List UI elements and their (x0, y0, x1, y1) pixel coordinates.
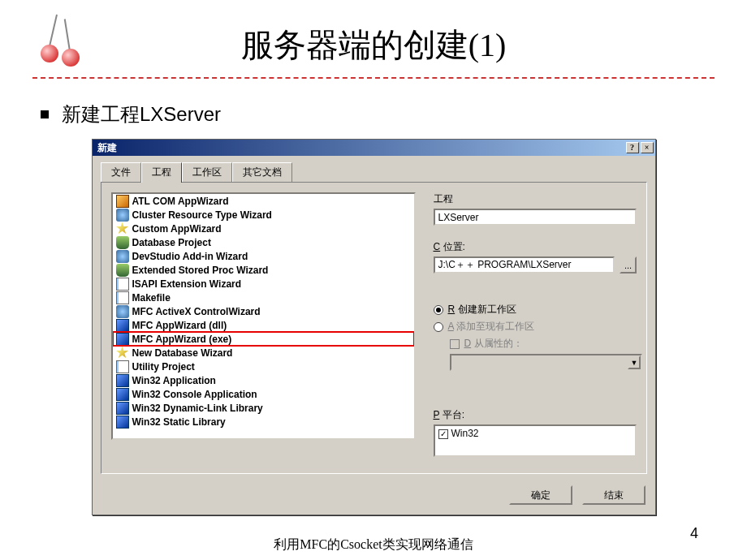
tab-files[interactable]: 文件 (101, 162, 141, 182)
list-item[interactable]: DevStudio Add-in Wizard (113, 249, 414, 263)
list-item[interactable]: MFC ActiveX ControlWizard (113, 304, 414, 318)
bullet-square-icon (41, 110, 49, 118)
bullet-text: 新建工程LXServer (62, 101, 221, 127)
dialog-button-row: 确定 结束 (93, 480, 655, 515)
project-type-listbox[interactable]: ATL COM AppWizard Cluster Resource Type … (111, 192, 416, 440)
page-number: 4 (690, 525, 698, 542)
right-pane: 工程 C 位置: ... R 创建新工作区 A 添加至现有工作区 (416, 192, 637, 463)
mfc-icon (116, 319, 129, 332)
tab-other-docs[interactable]: 其它文档 (232, 162, 292, 182)
tab-bar: 文件 工程 工作区 其它文档 (93, 156, 655, 182)
list-item[interactable]: Win32 Static Library (113, 415, 414, 429)
database-icon (116, 236, 129, 249)
ok-button[interactable]: 确定 (509, 485, 572, 505)
list-item[interactable]: Win32 Application (113, 373, 414, 387)
list-item[interactable]: Win32 Console Application (113, 387, 414, 401)
dialog-panel: ATL COM AppWizard Cluster Resource Type … (101, 182, 647, 474)
dependency-dropdown: ▼ (450, 354, 643, 371)
browse-button[interactable]: ... (620, 256, 636, 274)
dialog-titlebar: 新建 ? × (93, 140, 655, 156)
checkbox-icon (450, 339, 460, 349)
win32-icon (116, 374, 129, 387)
wizard-icon (116, 250, 129, 263)
checkbox-dependency: D 从属性的： (434, 337, 637, 351)
dialog-title: 新建 (97, 141, 117, 155)
title-divider (32, 77, 715, 79)
close-button[interactable]: × (641, 142, 654, 153)
cherry-decoration (41, 12, 114, 73)
list-item[interactable]: Cluster Resource Type Wizard (113, 208, 414, 222)
help-button[interactable]: ? (626, 142, 639, 153)
radio-icon (434, 322, 443, 332)
list-item[interactable]: Utility Project (113, 360, 414, 373)
chevron-down-icon: ▼ (628, 355, 641, 369)
project-name-input[interactable] (434, 209, 637, 226)
slide-footer: 利用MFC的Csocket类实现网络通信 (0, 536, 747, 554)
list-item[interactable]: Extended Stored Proc Wizard (113, 263, 414, 277)
utility-icon (116, 360, 129, 373)
list-item-selected[interactable]: MFC AppWizard (exe) (113, 332, 414, 346)
wizard-icon (116, 347, 129, 360)
list-item[interactable]: ATL COM AppWizard (113, 194, 414, 208)
radio-icon (434, 305, 443, 315)
location-label: C 位置: (434, 240, 637, 254)
cancel-button[interactable]: 结束 (582, 485, 646, 505)
workspace-radio-group: R 创建新工作区 A 添加至现有工作区 D 从属性的： ▼ (434, 303, 637, 371)
list-item[interactable]: Database Project (113, 235, 414, 249)
list-item[interactable]: Win32 Dynamic-Link Library (113, 401, 414, 415)
wizard-icon (116, 195, 129, 208)
platform-listbox[interactable]: ✓Win32 (434, 424, 637, 457)
project-name-label: 工程 (434, 192, 637, 206)
location-input[interactable] (434, 256, 615, 274)
list-item[interactable]: New Database Wizard (113, 346, 414, 360)
bullet-item: 新建工程LXServer (41, 101, 747, 127)
win32-icon (116, 416, 129, 429)
database-icon (116, 264, 129, 277)
wizard-icon (116, 209, 129, 222)
list-item[interactable]: Makefile (113, 291, 414, 304)
win32-icon (116, 388, 129, 401)
list-item[interactable]: ISAPI Extension Wizard (113, 277, 414, 291)
platform-label: P 平台: (434, 408, 637, 422)
radio-new-workspace[interactable]: R 创建新工作区 (434, 303, 637, 317)
list-item[interactable]: MFC AppWizard (dll) (113, 318, 414, 332)
checkbox-checked-icon[interactable]: ✓ (438, 429, 448, 439)
win32-icon (116, 402, 129, 415)
makefile-icon (116, 291, 129, 304)
platform-item: Win32 (451, 428, 479, 439)
new-project-dialog: 新建 ? × 文件 工程 工作区 其它文档 ATL COM AppWizard … (92, 139, 656, 515)
radio-add-workspace[interactable]: A 添加至现有工作区 (434, 320, 637, 334)
mfc-icon (116, 305, 129, 318)
tab-workspaces[interactable]: 工作区 (182, 162, 232, 182)
wizard-icon (116, 278, 129, 291)
mfc-icon (116, 333, 129, 346)
tab-projects[interactable]: 工程 (141, 162, 182, 183)
list-item[interactable]: Custom AppWizard (113, 222, 414, 235)
wizard-icon (116, 222, 129, 235)
